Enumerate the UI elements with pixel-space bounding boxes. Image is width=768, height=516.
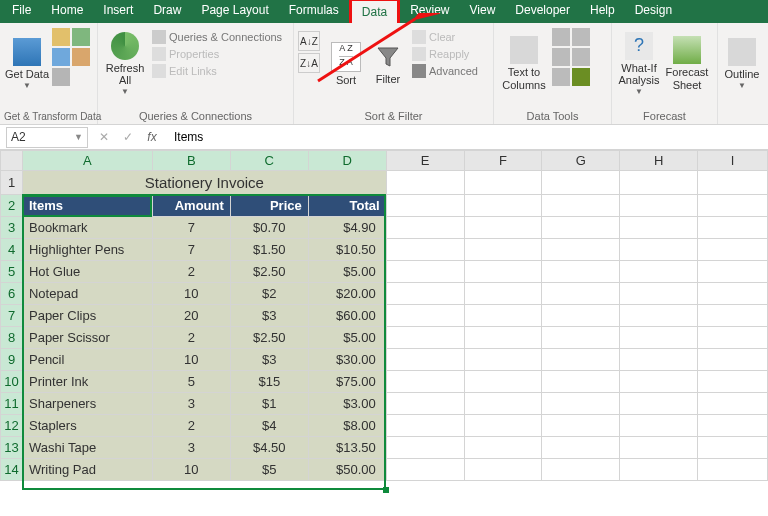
recent-sources-icon[interactable] [72,48,90,66]
cell[interactable] [542,327,620,349]
cell[interactable] [698,305,768,327]
sort-button[interactable]: A ZZ A Sort [326,25,366,103]
outline-button[interactable]: Outline ▼ [722,25,762,103]
cell-amount[interactable]: 10 [152,349,230,371]
cell[interactable] [464,437,542,459]
cell-total[interactable]: $30.00 [308,349,386,371]
from-web-icon[interactable] [72,28,90,46]
cell[interactable] [386,415,464,437]
forecast-sheet-button[interactable]: Forecast Sheet [664,25,710,103]
col-header-a[interactable]: A [22,151,152,171]
cell[interactable] [620,171,698,195]
cell-price[interactable]: $2 [230,283,308,305]
cell-total[interactable]: $10.50 [308,239,386,261]
cell-total[interactable]: $4.90 [308,217,386,239]
from-text-icon[interactable] [52,28,70,46]
row-header-3[interactable]: 3 [1,217,23,239]
cell[interactable] [698,195,768,217]
col-header-f[interactable]: F [464,151,542,171]
cell[interactable] [464,261,542,283]
cell[interactable] [620,217,698,239]
get-data-button[interactable]: Get Data ▼ [4,25,50,103]
cell-price[interactable]: $3 [230,349,308,371]
header-items[interactable]: Items [22,195,152,217]
col-header-c[interactable]: C [230,151,308,171]
cell[interactable] [386,393,464,415]
row-header-13[interactable]: 13 [1,437,23,459]
cell-price[interactable]: $4 [230,415,308,437]
tab-draw[interactable]: Draw [143,0,191,23]
cell[interactable] [386,305,464,327]
cell[interactable] [698,459,768,481]
cell[interactable] [620,437,698,459]
advanced-button[interactable]: Advanced [410,63,480,79]
cell[interactable] [620,371,698,393]
col-header-h[interactable]: H [620,151,698,171]
tab-formulas[interactable]: Formulas [279,0,349,23]
cell[interactable] [542,217,620,239]
cell[interactable] [464,195,542,217]
cell[interactable] [464,393,542,415]
row-header-8[interactable]: 8 [1,327,23,349]
row-header-9[interactable]: 9 [1,349,23,371]
relationships-icon[interactable] [572,48,590,66]
cell-item[interactable]: Hot Glue [22,261,152,283]
cell-total[interactable]: $75.00 [308,371,386,393]
header-total[interactable]: Total [308,195,386,217]
cell[interactable] [698,239,768,261]
cell-item[interactable]: Staplers [22,415,152,437]
tab-insert[interactable]: Insert [93,0,143,23]
cell-total[interactable]: $5.00 [308,261,386,283]
header-amount[interactable]: Amount [152,195,230,217]
cell[interactable] [386,349,464,371]
data-validation-icon[interactable] [552,68,570,86]
cell-amount[interactable]: 3 [152,437,230,459]
sort-desc-button[interactable]: Z↓A [298,53,320,73]
spreadsheet-grid[interactable]: A B C D E F G H I 1 Stationery Invoice 2… [0,150,768,481]
cell[interactable] [620,327,698,349]
cell-total[interactable]: $13.50 [308,437,386,459]
cell[interactable] [698,327,768,349]
name-box-dropdown-icon[interactable]: ▼ [74,132,83,142]
cell[interactable] [542,305,620,327]
cell-price[interactable]: $4.50 [230,437,308,459]
cell[interactable] [464,171,542,195]
cell[interactable] [464,239,542,261]
cell-amount[interactable]: 20 [152,305,230,327]
cell-amount[interactable]: 10 [152,459,230,481]
cell-total[interactable]: $50.00 [308,459,386,481]
manage-data-model-icon[interactable] [572,68,590,86]
from-table-icon[interactable] [52,48,70,66]
cell[interactable] [620,415,698,437]
cell-amount[interactable]: 3 [152,393,230,415]
cell-amount[interactable]: 7 [152,217,230,239]
flash-fill-icon[interactable] [552,28,570,46]
what-if-button[interactable]: ? What-If Analysis ▼ [616,25,662,103]
existing-connections-icon[interactable] [52,68,70,86]
cell-total[interactable]: $60.00 [308,305,386,327]
cell[interactable] [386,327,464,349]
cell[interactable] [542,349,620,371]
cell-item[interactable]: Sharpeners [22,393,152,415]
cell-amount[interactable]: 7 [152,239,230,261]
cell[interactable] [542,195,620,217]
cell[interactable] [698,283,768,305]
cell-item[interactable]: Paper Clips [22,305,152,327]
tab-design[interactable]: Design [625,0,682,23]
col-header-i[interactable]: I [698,151,768,171]
cell-price[interactable]: $2.50 [230,327,308,349]
tab-home[interactable]: Home [41,0,93,23]
cell-amount[interactable]: 2 [152,327,230,349]
row-header-2[interactable]: 2 [1,195,23,217]
cell-amount[interactable]: 10 [152,283,230,305]
cell[interactable] [542,393,620,415]
cell[interactable] [464,415,542,437]
cell-amount[interactable]: 2 [152,415,230,437]
cell-total[interactable]: $5.00 [308,327,386,349]
col-header-e[interactable]: E [386,151,464,171]
cell[interactable] [542,371,620,393]
cell[interactable] [386,437,464,459]
row-header-5[interactable]: 5 [1,261,23,283]
cell[interactable] [542,415,620,437]
fx-icon[interactable]: fx [144,130,160,144]
